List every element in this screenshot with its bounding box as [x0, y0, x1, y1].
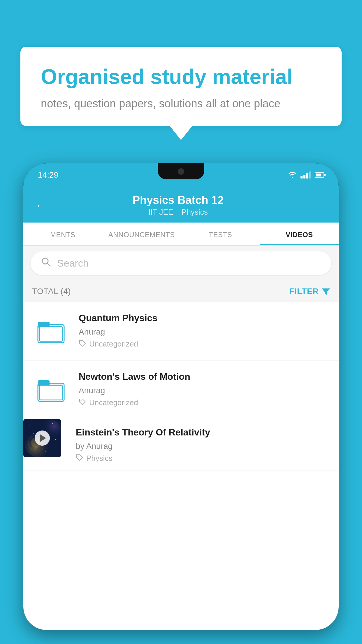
video-tag-1: Uncategorized	[79, 340, 330, 349]
list-item[interactable]: Newton's Laws of Motion Anurag Uncategor…	[23, 360, 339, 419]
tag-icon-3	[76, 454, 83, 463]
svg-point-10	[81, 400, 82, 401]
search-bar-container: Search	[23, 246, 339, 281]
video-author-1: Anurag	[79, 327, 330, 337]
back-button[interactable]: ←	[35, 199, 47, 212]
svg-rect-9	[39, 385, 63, 400]
wifi-icon	[288, 172, 297, 178]
tab-videos[interactable]: VIDEOS	[260, 223, 339, 245]
video-tag-3: Physics	[76, 454, 321, 463]
video-title-1: Quantum Physics	[79, 312, 330, 324]
video-title-2: Newton's Laws of Motion	[79, 371, 330, 383]
folder-icon	[36, 316, 66, 346]
filter-icon	[322, 287, 330, 295]
batch-title: Physics Batch 12	[55, 194, 301, 206]
video-list: Quantum Physics Anurag Uncategorized	[23, 302, 339, 470]
speech-bubble-container: Organised study material notes, question…	[20, 47, 342, 126]
camera	[178, 168, 184, 175]
svg-marker-2	[322, 288, 330, 295]
status-icons	[288, 172, 324, 178]
svg-rect-5	[39, 327, 63, 341]
filter-bar: TOTAL (4) FILTER	[23, 281, 339, 302]
status-bar: 14:29	[23, 163, 339, 187]
list-item[interactable]: Einstein's Theory Of Relativity by Anura…	[23, 419, 339, 470]
folder-thumbnail-1	[32, 312, 70, 350]
video-author-2: Anurag	[79, 386, 330, 395]
folder-icon	[36, 375, 66, 404]
search-bar[interactable]: Search	[31, 251, 331, 275]
speech-bubble-subtitle: notes, question papers, solutions all at…	[41, 97, 321, 110]
notch	[158, 163, 204, 179]
tab-tests[interactable]: TESTS	[181, 223, 260, 245]
video-info-3: Einstein's Theory Of Relativity by Anura…	[70, 419, 330, 470]
svg-point-17	[33, 433, 34, 434]
batch-category: IIT JEE	[148, 208, 173, 216]
play-triangle-icon	[40, 434, 46, 442]
phone-screen: ← Physics Batch 12 IIT JEE Physics MENTS…	[23, 187, 339, 630]
svg-point-21	[78, 456, 79, 457]
svg-point-14	[29, 425, 30, 426]
speech-bubble-title: Organised study material	[41, 64, 321, 89]
video-title-3: Einstein's Theory Of Relativity	[76, 426, 321, 439]
status-time: 14:29	[38, 170, 58, 180]
tag-text-1: Uncategorized	[89, 340, 138, 349]
svg-line-1	[47, 263, 50, 266]
search-placeholder: Search	[57, 258, 89, 269]
batch-subject: Physics	[182, 208, 208, 216]
tabs-bar: MENTS ANNOUNCEMENTS TESTS VIDEOS	[23, 223, 339, 246]
play-button-3[interactable]	[35, 430, 50, 446]
total-count: TOTAL (4)	[32, 287, 71, 296]
svg-point-18	[45, 451, 46, 452]
tab-ments[interactable]: MENTS	[23, 223, 102, 245]
video-author-3: by Anurag	[76, 442, 321, 451]
tag-text-3: Physics	[86, 454, 113, 463]
svg-point-16	[55, 439, 56, 440]
filter-button[interactable]: FILTER	[289, 287, 330, 296]
tag-text-2: Uncategorized	[89, 398, 138, 407]
batch-subtitle: IIT JEE Physics	[55, 208, 301, 217]
svg-point-15	[52, 423, 53, 424]
tab-announcements[interactable]: ANNOUNCEMENTS	[102, 223, 181, 245]
filter-label: FILTER	[289, 287, 319, 296]
svg-point-6	[81, 342, 82, 342]
video-thumbnail-3	[23, 419, 61, 457]
tag-icon-1	[79, 340, 86, 348]
video-tag-2: Uncategorized	[79, 398, 330, 407]
list-item[interactable]: Quantum Physics Anurag Uncategorized	[23, 302, 339, 360]
tag-icon-2	[79, 398, 86, 407]
search-icon	[41, 257, 51, 270]
speech-bubble: Organised study material notes, question…	[20, 47, 342, 126]
video-info-2: Newton's Laws of Motion Anurag Uncategor…	[79, 371, 330, 407]
signal-icon	[301, 172, 311, 178]
folder-thumbnail-2	[32, 371, 70, 409]
battery-icon	[315, 172, 324, 178]
video-info-1: Quantum Physics Anurag Uncategorized	[79, 312, 330, 349]
header-title-group: Physics Batch 12 IIT JEE Physics	[55, 194, 301, 217]
app-header: ← Physics Batch 12 IIT JEE Physics	[23, 187, 339, 223]
phone-frame: 14:29	[23, 163, 339, 630]
